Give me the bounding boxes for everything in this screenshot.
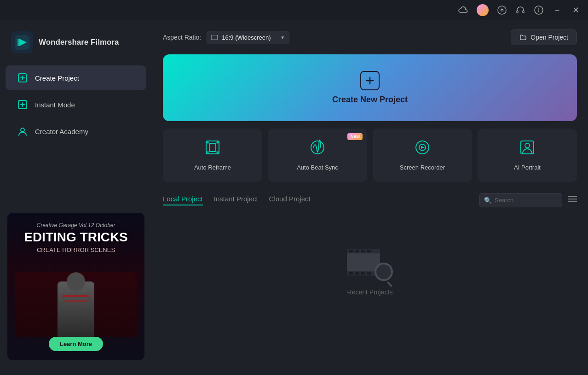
promo-card[interactable]: Creative Garage Vol.12 October EDITING T… (7, 213, 144, 360)
tab-local-project[interactable]: Local Project (163, 195, 203, 205)
feature-card-screen-recorder[interactable]: Screen Recorder (373, 129, 472, 182)
empty-state: Recent Projects (163, 217, 577, 323)
tab-cloud-project[interactable]: Cloud Project (269, 195, 311, 205)
feature-card-ai-portrait[interactable]: AI Portrait (478, 129, 577, 182)
svg-marker-17 (421, 146, 425, 149)
svg-rect-11 (212, 35, 217, 39)
content-area: Aspect Ratio: 16:9 (Widescreen) 9:16 (Po… (152, 20, 588, 375)
auto-reframe-label: Auto Reframe (194, 164, 231, 171)
feature-card-auto-reframe[interactable]: Auto Reframe (163, 129, 262, 182)
new-badge: New (347, 133, 363, 140)
feature-card-auto-beat-sync[interactable]: New Auto Beat Sync (268, 129, 367, 182)
aspect-ratio-select[interactable]: 16:9 (Widescreen) 9:16 (Portrait) 1:1 (S… (207, 31, 289, 44)
aspect-ratio-label: Aspect Ratio: (163, 34, 201, 41)
close-icon[interactable]: ✕ (571, 5, 581, 15)
screen-recorder-icon (415, 140, 430, 158)
open-project-label: Open Project (530, 34, 568, 41)
ai-portrait-label: AI Portrait (514, 164, 541, 171)
tab-instant-project[interactable]: Instant Project (214, 195, 258, 205)
promo-tagline: CREATE HORROR SCENES (37, 246, 115, 253)
empty-state-icon (347, 244, 393, 281)
titlebar: − ✕ (0, 0, 588, 20)
search-input-wrap: 🔍 (479, 193, 562, 207)
avatar-icon[interactable] (477, 4, 489, 16)
topbar: Aspect Ratio: 16:9 (Widescreen) 9:16 (Po… (163, 29, 577, 45)
sidebar-item-create-project[interactable]: Create Project (6, 65, 146, 90)
open-project-button[interactable]: Open Project (511, 29, 577, 45)
search-icon: 🔍 (484, 197, 492, 204)
sidebar-item-creator-academy[interactable]: Creator Academy (6, 119, 146, 144)
create-project-icon (17, 72, 29, 84)
svg-point-19 (525, 143, 530, 148)
promo-title: EDITING TRICKS (24, 230, 128, 245)
list-view-icon[interactable] (568, 195, 577, 205)
svg-rect-2 (523, 11, 524, 13)
svg-rect-13 (209, 143, 216, 152)
minimize-icon[interactable]: − (552, 5, 562, 15)
instant-mode-icon (17, 99, 29, 111)
sidebar-item-create-project-label: Create Project (35, 74, 79, 82)
info-icon[interactable] (534, 5, 544, 15)
tabs-bar: Local Project Instant Project Cloud Proj… (163, 193, 577, 207)
project-section: Local Project Instant Project Cloud Proj… (163, 193, 577, 323)
screen-recorder-label: Screen Recorder (400, 164, 445, 171)
folder-icon (519, 34, 527, 41)
creator-academy-icon (17, 125, 29, 137)
empty-state-text: Recent Projects (347, 288, 393, 296)
logo-area: Wondershare Filmora (0, 28, 152, 64)
cloud-icon[interactable] (458, 5, 468, 15)
learn-more-button[interactable]: Learn More (49, 337, 103, 351)
aspect-ratio-select-wrap: 16:9 (Widescreen) 9:16 (Portrait) 1:1 (S… (207, 31, 289, 44)
plus-icon (360, 71, 380, 90)
auto-beat-sync-label: Auto Beat Sync (297, 164, 338, 171)
sidebar-item-creator-academy-label: Creator Academy (35, 128, 88, 135)
create-new-project-banner[interactable]: Create New Project (163, 54, 577, 121)
app-name: Wondershare Filmora (39, 37, 119, 47)
logo-icon (11, 31, 33, 53)
search-area: 🔍 (479, 193, 577, 207)
svg-marker-6 (17, 39, 19, 46)
ai-portrait-icon (519, 140, 535, 158)
auto-reframe-icon (205, 140, 220, 158)
promo-subtitle: Creative Garage Vol.12 October (37, 222, 115, 229)
sidebar: Wondershare Filmora Create Project Insta… (0, 20, 152, 375)
svg-rect-1 (517, 11, 518, 13)
sidebar-item-instant-mode-label: Instant Mode (35, 101, 75, 109)
headphones-icon[interactable] (515, 5, 525, 15)
search-input[interactable] (479, 193, 562, 207)
feature-cards-grid: Auto Reframe New Auto Beat Sync (163, 129, 577, 182)
svg-point-9 (21, 128, 24, 132)
create-new-project-title: Create New Project (332, 95, 408, 105)
tabs-list: Local Project Instant Project Cloud Proj… (163, 195, 311, 205)
upload-icon[interactable] (497, 5, 507, 15)
main-layout: Wondershare Filmora Create Project Insta… (0, 20, 588, 375)
sidebar-item-instant-mode[interactable]: Instant Mode (6, 92, 146, 117)
aspect-ratio-area: Aspect Ratio: 16:9 (Widescreen) 9:16 (Po… (163, 31, 289, 44)
auto-beat-sync-icon (310, 140, 325, 158)
